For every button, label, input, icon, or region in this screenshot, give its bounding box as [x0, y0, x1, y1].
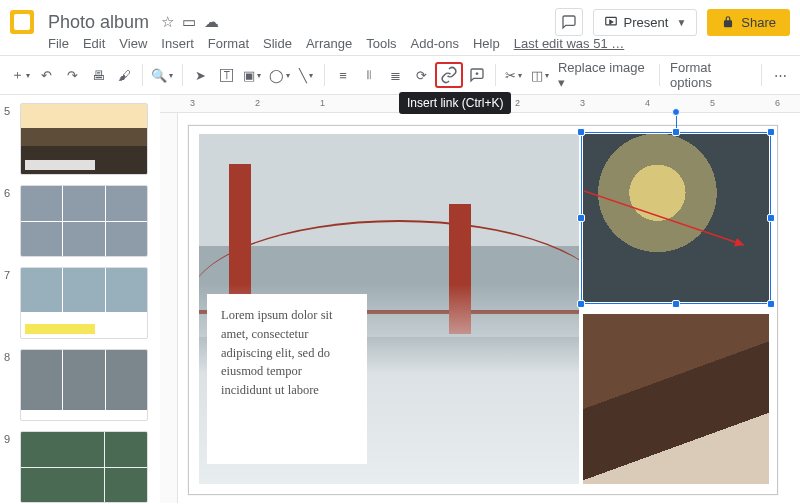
separator — [142, 64, 143, 86]
present-button[interactable]: Present ▼ — [593, 9, 698, 36]
separator — [495, 64, 496, 86]
separator — [324, 64, 325, 86]
resize-handle[interactable] — [767, 128, 775, 136]
print-button[interactable]: 🖶 — [86, 62, 110, 88]
mask-button[interactable]: ◫ — [528, 62, 552, 88]
resize-handle[interactable] — [577, 214, 585, 222]
distribute-vert-button[interactable]: ≣ — [383, 62, 407, 88]
thumb-number: 7 — [4, 267, 16, 281]
menu-slide[interactable]: Slide — [263, 36, 292, 51]
textbox-tool[interactable]: 🅃 — [214, 62, 238, 88]
menu-tools[interactable]: Tools — [366, 36, 396, 51]
resize-handle[interactable] — [672, 128, 680, 136]
select-tool[interactable]: ➤ — [188, 62, 212, 88]
menu-insert[interactable]: Insert — [161, 36, 194, 51]
resize-handle[interactable] — [577, 300, 585, 308]
slide-image-bottom-right[interactable] — [583, 314, 769, 484]
move-icon[interactable]: ▭ — [182, 13, 196, 31]
slides-app-icon[interactable] — [10, 10, 34, 34]
separator — [182, 64, 183, 86]
add-comment-button[interactable] — [465, 62, 489, 88]
align-button[interactable]: ≡ — [331, 62, 355, 88]
present-icon — [604, 15, 618, 29]
resize-handle[interactable] — [672, 300, 680, 308]
new-slide-button[interactable]: ＋ — [8, 62, 32, 88]
menu-arrange[interactable]: Arrange — [306, 36, 352, 51]
slide-thumbnail[interactable] — [20, 349, 148, 421]
slide-thumbnail[interactable] — [20, 185, 148, 257]
resize-handle[interactable] — [767, 214, 775, 222]
line-tool[interactable]: ╲ — [294, 62, 318, 88]
resize-handle[interactable] — [767, 300, 775, 308]
menu-edit[interactable]: Edit — [83, 36, 105, 51]
insert-link-tooltip: Insert link (Ctrl+K) — [399, 92, 511, 114]
rotate-handle[interactable] — [672, 108, 680, 116]
comment-add-icon — [469, 67, 485, 83]
cloud-status-icon[interactable]: ☁ — [204, 13, 219, 31]
menu-bar: File Edit View Insert Format Slide Arran… — [0, 36, 800, 55]
slide-canvas[interactable]: 3 2 1 1 2 3 4 5 6 — [160, 95, 800, 503]
share-button[interactable]: Share — [707, 9, 790, 36]
separator — [659, 64, 660, 86]
toolbar-more-button[interactable]: ⋯ — [768, 62, 792, 88]
zoom-button[interactable]: 🔍 — [149, 62, 176, 88]
thumb-number: 5 — [4, 103, 16, 117]
shape-tool[interactable]: ◯ — [266, 62, 292, 88]
selection-overlay — [581, 132, 771, 304]
slide-thumbnail[interactable] — [20, 431, 148, 503]
toolbar: ＋ ↶ ↷ 🖶 🖌 🔍 ➤ 🅃 ▣ ◯ ╲ ≡ ⫴ ≣ ⟳ Insert lin… — [0, 55, 800, 95]
thumb-number: 6 — [4, 185, 16, 199]
slide[interactable]: Lorem ipsum dolor sit amet, consectetur … — [188, 125, 778, 495]
menu-file[interactable]: File — [48, 36, 69, 51]
replace-image-button[interactable]: Replace image ▾ — [554, 60, 653, 90]
last-edit-link[interactable]: Last edit was 51 … — [514, 36, 625, 51]
distribute-horiz-button[interactable]: ⫴ — [357, 62, 381, 88]
star-icon[interactable]: ☆ — [161, 13, 174, 31]
undo-button[interactable]: ↶ — [34, 62, 58, 88]
present-caret-icon[interactable]: ▼ — [676, 17, 686, 28]
image-tool[interactable]: ▣ — [240, 62, 264, 88]
vertical-ruler — [160, 113, 178, 503]
thumb-number: 9 — [4, 431, 16, 445]
present-label: Present — [624, 15, 669, 30]
slide-thumbnail[interactable] — [20, 267, 148, 339]
open-comments-button[interactable] — [555, 8, 583, 36]
document-title[interactable]: Photo album — [48, 12, 149, 33]
resize-handle[interactable] — [577, 128, 585, 136]
menu-help[interactable]: Help — [473, 36, 500, 51]
comment-icon — [561, 14, 577, 30]
menu-addons[interactable]: Add-ons — [411, 36, 459, 51]
link-icon — [440, 66, 458, 84]
thumb-number: 8 — [4, 349, 16, 363]
paint-format-button[interactable]: 🖌 — [112, 62, 136, 88]
slide-thumbnails: 5 6 7 8 9 — [0, 95, 160, 503]
crop-button[interactable]: ✂ — [502, 62, 526, 88]
menu-format[interactable]: Format — [208, 36, 249, 51]
rotate-button[interactable]: ⟳ — [409, 62, 433, 88]
redo-button[interactable]: ↷ — [60, 62, 84, 88]
menu-view[interactable]: View — [119, 36, 147, 51]
lock-icon — [721, 15, 735, 29]
slide-thumbnail[interactable] — [20, 103, 148, 175]
separator — [761, 64, 762, 86]
share-label: Share — [741, 15, 776, 30]
insert-link-button[interactable] — [435, 62, 463, 88]
format-options-button[interactable]: Format options — [666, 60, 755, 90]
slide-text-box[interactable]: Lorem ipsum dolor sit amet, consectetur … — [207, 294, 367, 464]
